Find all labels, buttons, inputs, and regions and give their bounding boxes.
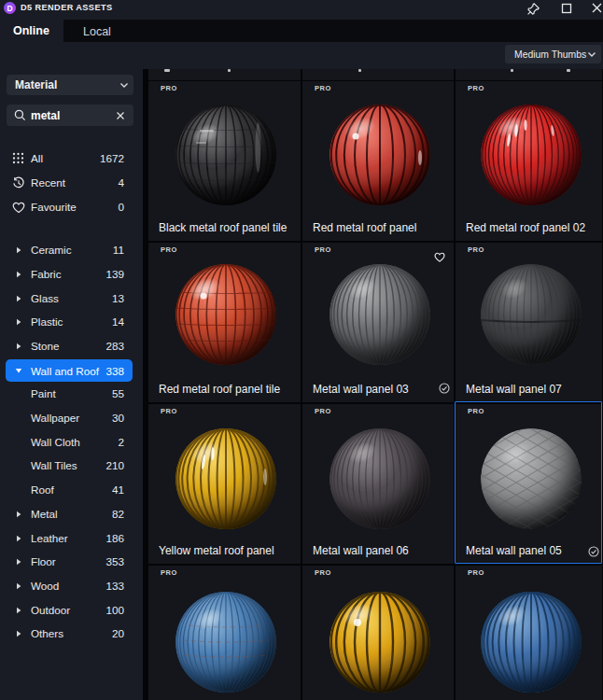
svg-text:D: D bbox=[7, 4, 12, 13]
